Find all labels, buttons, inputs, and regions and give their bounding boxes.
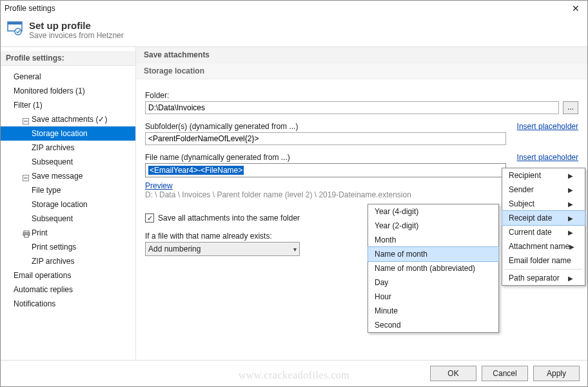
submenu-arrow-icon: ▶ [568, 172, 573, 179]
subfolder-input[interactable] [145, 132, 506, 145]
profile-icon [7, 20, 23, 35]
body: Profile settings: General Monitored fold… [1, 47, 587, 360]
printer-icon [23, 230, 29, 236]
sidebar-item-print-settings[interactable]: Print settings [1, 240, 135, 254]
sidebar-item-save-attachments[interactable]: Save attachments (✓) [1, 112, 135, 126]
page-title: Set up profile [29, 20, 124, 31]
preview-link[interactable]: Preview [145, 181, 173, 190]
menu-item-hour[interactable]: Hour [368, 290, 498, 304]
header: Set up profile Save invoices from Hetzne… [1, 16, 587, 47]
menu-item-sender[interactable]: Sender▶ [502, 183, 585, 197]
sidebar-item-email-operations[interactable]: Email operations [1, 268, 135, 283]
cancel-button[interactable]: Cancel [482, 366, 528, 381]
sidebar-item-label: Save message [32, 170, 83, 182]
menu-item-year-4[interactable]: Year (4-digit) [368, 204, 498, 219]
menu-item-attachment-name[interactable]: Attachment name▶ [502, 239, 585, 253]
menu-item-current-date[interactable]: Current date▶ [502, 225, 585, 239]
save-all-label: Save all attachments into the same folde… [158, 213, 300, 223]
menu-item-name-of-month-abbr[interactable]: Name of month (abbreviated) [368, 261, 498, 275]
filename-input[interactable]: <EmailYear4>-<FileName> [145, 163, 506, 177]
receipt-date-submenu[interactable]: Year (4-digit) Year (2-digit) Month Name… [368, 204, 499, 333]
submenu-arrow-icon: ▶ [568, 186, 573, 194]
menu-item-month[interactable]: Month [368, 233, 498, 247]
menu-item-year-2[interactable]: Year (2-digit) [368, 219, 498, 233]
exists-action-select[interactable]: Add numbering ▾ [145, 242, 300, 256]
menu-item-recipient[interactable]: Recipient▶ [502, 168, 585, 183]
submenu-arrow-icon: ▶ [568, 229, 573, 236]
sidebar: Profile settings: General Monitored fold… [1, 47, 136, 360]
sidebar-item-filter[interactable]: Filter (1) [1, 98, 135, 112]
submenu-arrow-icon: ▶ [569, 243, 574, 250]
sidebar-item-monitored-folders[interactable]: Monitored folders (1) [1, 84, 135, 98]
filename-value-selection: <EmailYear4>-<FileName> [148, 166, 244, 175]
subfolder-label: Subfolder(s) (dynamically generated from… [145, 122, 578, 131]
save-all-checkbox[interactable]: ✓ [145, 213, 154, 223]
sidebar-item-label: Print [32, 227, 48, 239]
header-text: Set up profile Save invoices from Hetzne… [29, 20, 124, 40]
settings-window: Profile settings ✕ Set up profile Save i… [0, 0, 588, 387]
expand-icon [23, 173, 29, 179]
sidebar-item-automatic-replies[interactable]: Automatic replies [1, 283, 135, 297]
sidebar-item-zip-archives-2[interactable]: ZIP archives [1, 254, 135, 268]
page-subtitle: Save invoices from Hetzner [29, 31, 124, 40]
bottom-bar: www.crackeadofiles.com OK Cancel Apply [1, 360, 587, 386]
filename-label: File name (dynamically generated from ..… [145, 153, 578, 162]
chevron-down-icon: ▾ [293, 246, 297, 253]
sidebar-item-file-type[interactable]: File type [1, 183, 135, 197]
apply-button[interactable]: Apply [533, 366, 580, 381]
insert-placeholder-link-1[interactable]: Insert placeholder [517, 122, 578, 131]
sidebar-item-subsequent-2[interactable]: Subsequent [1, 212, 135, 226]
submenu-arrow-icon: ▶ [568, 201, 573, 208]
sidebar-item-save-message[interactable]: Save message [1, 169, 135, 183]
svg-rect-9 [24, 235, 28, 237]
svg-rect-1 [8, 22, 22, 25]
folder-label: Folder: [145, 91, 578, 100]
submenu-arrow-icon: ▶ [568, 275, 573, 282]
sidebar-item-storage-location-2[interactable]: Storage location [1, 197, 135, 212]
menu-item-second[interactable]: Second [368, 318, 498, 332]
titlebar: Profile settings ✕ [1, 1, 587, 16]
sidebar-item-print[interactable]: Print [1, 226, 135, 240]
folder-input[interactable] [145, 101, 559, 114]
placeholder-menu[interactable]: Recipient▶ Sender▶ Subject▶ Receipt date… [502, 168, 585, 286]
exists-action-value: Add numbering [148, 244, 201, 253]
sidebar-item-storage-location[interactable]: Storage location [1, 126, 135, 141]
preview-path: D: \ Data \ Invoices \ Parent folder nam… [145, 190, 411, 199]
ok-button[interactable]: OK [430, 366, 476, 381]
watermark: www.crackeadofiles.com [239, 370, 350, 381]
expand-icon [23, 116, 29, 123]
sidebar-heading: Profile settings: [1, 51, 135, 66]
menu-item-name-of-month[interactable]: Name of month [368, 247, 498, 261]
sidebar-item-notifications[interactable]: Notifications [1, 297, 135, 311]
menu-item-email-folder-name[interactable]: Email folder name [502, 253, 585, 268]
subsection-heading: Storage location [136, 63, 587, 79]
insert-placeholder-link-2[interactable]: Insert placeholder [517, 153, 578, 162]
close-icon[interactable]: ✕ [568, 3, 583, 14]
menu-item-path-separator[interactable]: Path separator▶ [502, 271, 585, 285]
menu-separator [505, 269, 582, 270]
menu-item-minute[interactable]: Minute [368, 304, 498, 318]
menu-item-day[interactable]: Day [368, 275, 498, 290]
settings-tree: General Monitored folders (1) Filter (1)… [1, 68, 135, 312]
sidebar-item-general[interactable]: General [1, 70, 135, 84]
window-title: Profile settings [5, 4, 55, 13]
svg-point-2 [15, 28, 21, 35]
browse-button[interactable]: ... [563, 101, 578, 114]
section-heading: Save attachments [136, 47, 587, 63]
submenu-arrow-icon: ▶ [568, 215, 573, 222]
sidebar-item-label: Save attachments (✓) [32, 114, 107, 125]
sidebar-item-subsequent[interactable]: Subsequent [1, 155, 135, 169]
sidebar-item-zip-archives[interactable]: ZIP archives [1, 141, 135, 155]
menu-item-subject[interactable]: Subject▶ [502, 197, 585, 211]
menu-item-receipt-date[interactable]: Receipt date▶ [502, 211, 585, 225]
